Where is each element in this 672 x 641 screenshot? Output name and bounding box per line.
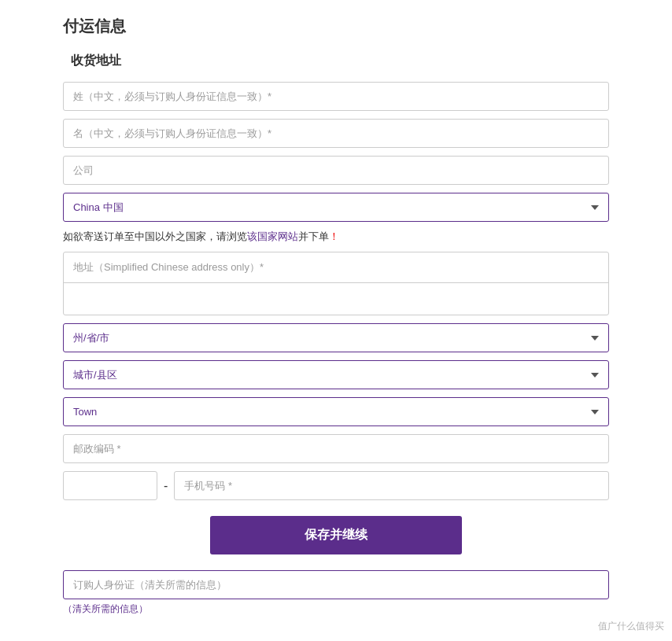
notice-text: 如欲寄送订单至中国以外之国家，请浏览该国家网站并下单！ <box>63 230 609 244</box>
province-group: 州/省/市 <box>63 323 609 352</box>
identity-group: （清关所需的信息） <box>63 570 609 616</box>
country-select[interactable]: China 中国 <box>63 193 609 222</box>
phone-group: +86 - <box>63 471 609 500</box>
address-extra-line <box>64 283 608 315</box>
notice-prefix: 如欲寄送订单至中国以外之国家，请浏览 <box>63 230 247 242</box>
town-group: Town <box>63 397 609 426</box>
section-subtitle: 收货地址 <box>71 53 609 69</box>
city-group: 城市/县区 <box>63 360 609 389</box>
country-group: China 中国 <box>63 193 609 222</box>
first-name-input[interactable] <box>63 119 609 148</box>
address-block: 地址（Simplified Chinese address only）* <box>63 252 609 315</box>
identity-note: （清关所需的信息） <box>63 602 609 616</box>
save-button[interactable]: 保存并继续 <box>210 516 462 554</box>
phone-number-input[interactable] <box>174 471 609 500</box>
last-name-group <box>63 82 609 111</box>
save-button-group: 保存并继续 <box>63 516 609 554</box>
address-placeholder-text: 地址（Simplified Chinese address only）* <box>64 252 608 283</box>
postcode-group <box>63 434 609 463</box>
notice-country-link[interactable]: 该国家网站 <box>247 230 298 242</box>
postcode-input[interactable] <box>63 434 609 463</box>
town-select[interactable]: Town <box>63 397 609 426</box>
page-title: 付运信息 <box>63 16 609 37</box>
notice-middle: 并下单 <box>298 230 329 242</box>
phone-separator: - <box>157 479 174 493</box>
province-select[interactable]: 州/省/市 <box>63 323 609 352</box>
identity-input[interactable] <box>63 570 609 599</box>
last-name-input[interactable] <box>63 82 609 111</box>
notice-group: 如欲寄送订单至中国以外之国家，请浏览该国家网站并下单！ <box>63 230 609 244</box>
company-group <box>63 156 609 185</box>
company-input[interactable] <box>63 156 609 185</box>
city-select[interactable]: 城市/县区 <box>63 360 609 389</box>
address-group: 地址（Simplified Chinese address only）* <box>63 252 609 315</box>
notice-exclamation: ！ <box>329 230 339 242</box>
first-name-group <box>63 119 609 148</box>
phone-code-input[interactable]: +86 <box>63 471 157 500</box>
